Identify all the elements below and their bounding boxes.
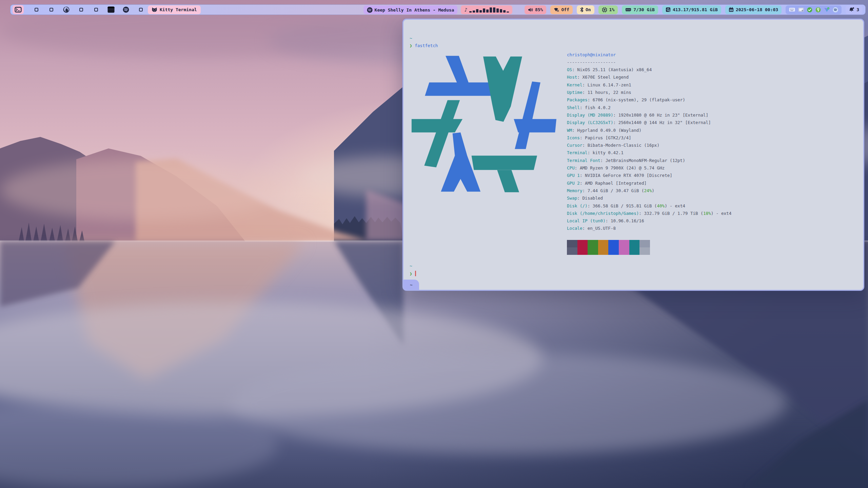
bluetooth-module[interactable]: On — [577, 5, 594, 14]
terminal-color-palette — [567, 240, 731, 255]
workspace-2[interactable] — [34, 5, 39, 14]
sync-check-icon[interactable] — [807, 7, 812, 13]
disk-module[interactable]: 413.17/915.81 GiB — [662, 5, 721, 14]
cpu-icon — [602, 7, 607, 13]
prompt-symbol: ❯ — [410, 271, 412, 276]
workspace-9[interactable] — [138, 5, 143, 14]
visualizer-bar — [496, 8, 499, 13]
palette-swatch — [619, 247, 629, 255]
audio-visualizer[interactable]: ♪ — [461, 5, 512, 14]
bluetooth-icon — [580, 7, 584, 12]
fastfetch-line: ------------------- — [567, 59, 731, 66]
kitty-terminal-window[interactable]: ~ ❯ fastfetch christoph@nixinator-------… — [402, 19, 864, 291]
keyboard-icon[interactable] — [789, 7, 795, 12]
fastfetch-line: CPU: AMD Ryzen 9 7900X (24) @ 5.74 GHz — [567, 164, 731, 172]
palette-swatch — [567, 240, 577, 247]
spotify-icon — [123, 6, 129, 13]
status-bar: Kitty Terminal Keep Shelly In Athens - M… — [10, 4, 866, 15]
nixos-logo — [407, 53, 559, 199]
palette-swatch — [608, 240, 619, 247]
visualizer-bar — [493, 7, 495, 13]
visualizer-bar — [469, 11, 472, 13]
keepassxc-key-icon[interactable] — [815, 7, 821, 13]
fastfetch-line: Kernel: Linux 6.14.7-zen1 — [567, 81, 731, 89]
active-window-title[interactable]: Kitty Terminal — [148, 5, 201, 14]
fastfetch-line: OS: NixOS 25.11 (Xantusia) x86_64 — [567, 66, 731, 74]
cat-icon — [152, 7, 157, 12]
cpu-usage: 1% — [609, 7, 615, 12]
network-module[interactable]: Off — [550, 5, 572, 14]
workspace-7-files[interactable] — [108, 5, 113, 14]
palette-swatch — [619, 240, 629, 247]
media-player[interactable]: Keep Shelly In Athens - Medusa — [363, 5, 458, 14]
palette-swatch — [629, 240, 640, 247]
palette-swatch — [588, 247, 598, 255]
square-icon — [50, 8, 53, 12]
fastfetch-line: Uptime: 11 hours, 22 mins — [567, 89, 731, 96]
visualizer-bar — [490, 7, 492, 13]
fastfetch-line: Memory: 7.44 GiB / 30.47 GiB (24%) — [567, 187, 731, 195]
spotify-icon — [367, 7, 373, 13]
music-note-icon: ♪ — [464, 7, 467, 13]
disk-usage: 413.17/915.81 GiB — [673, 7, 718, 12]
fastfetch-line: Shell: fish 4.0.2 — [567, 104, 731, 111]
cpu-module[interactable]: 1% — [598, 5, 618, 14]
palette-swatch — [588, 240, 598, 247]
fastfetch-lines: christoph@nixinator-------------------OS… — [567, 51, 731, 232]
workspaces — [11, 5, 143, 14]
calendar-icon — [729, 7, 734, 12]
palette-row — [567, 240, 731, 247]
volume-module[interactable]: 85% — [525, 5, 546, 14]
prompt-path: ~ — [410, 263, 412, 268]
square-icon — [139, 8, 143, 12]
palette-swatch — [608, 247, 619, 255]
terminal-content[interactable]: ~ ❯ fastfetch christoph@nixinator-------… — [403, 20, 863, 290]
bluetooth-status: On — [586, 7, 591, 12]
terminal-tab-bar: ~ — [403, 280, 863, 290]
square-icon — [35, 8, 38, 12]
visualizer-bar — [476, 9, 478, 13]
workspace-4-firefox[interactable] — [64, 5, 68, 14]
wifi-off-icon — [554, 7, 559, 12]
fastfetch-output: christoph@nixinator-------------------OS… — [407, 50, 859, 255]
workspace-5[interactable] — [79, 5, 83, 14]
palette-swatch — [639, 247, 650, 255]
visualizer-bar — [507, 12, 509, 13]
terminal-icon — [15, 7, 22, 13]
screenshot-tool-icon[interactable] — [798, 7, 804, 12]
prompt-symbol: ❯ — [410, 43, 412, 48]
spotify-tray-icon[interactable] — [833, 7, 838, 13]
workspace-1-terminal[interactable] — [13, 5, 24, 14]
workspace-6[interactable] — [94, 5, 98, 14]
square-icon — [79, 8, 83, 12]
notifications-module[interactable]: 3 — [846, 5, 863, 14]
firefox-icon — [63, 6, 70, 13]
visualizer-bar — [473, 11, 475, 13]
fastfetch-line: Disk (/): 366.58 GiB / 915.81 GiB (40%) … — [567, 202, 731, 210]
workspace-3[interactable] — [49, 5, 54, 14]
ram-icon — [625, 7, 631, 12]
volume-value: 85% — [535, 7, 543, 12]
fastfetch-line: Cursor: Bibata-Modern-Classic (16px) — [567, 142, 731, 149]
memory-usage: 7/30 GiB — [633, 7, 655, 12]
vpn-icon[interactable] — [824, 7, 830, 12]
palette-swatch — [567, 247, 577, 255]
palette-swatch — [629, 247, 640, 255]
terminal-tab-active[interactable]: ~ — [403, 280, 419, 290]
visualizer-bars — [469, 7, 509, 13]
palette-swatch — [577, 240, 588, 247]
fastfetch-line: Host: X670E Steel Legend — [567, 74, 731, 81]
fastfetch-line: Display (LC32G5xT): 868x488 @ 144 Hz i… — [567, 119, 731, 126]
bell-icon — [849, 7, 854, 12]
fastfetch-line: GPU 1: NVIDIA GeForce RTX 4070 [Discrete… — [567, 172, 731, 179]
palette-swatch — [598, 247, 609, 255]
fastfetch-line: christoph@nixinator — [567, 51, 731, 59]
visualizer-bar — [486, 9, 489, 13]
visualizer-bar — [483, 8, 485, 13]
memory-module[interactable]: 7/30 GiB — [622, 5, 658, 14]
bar-right: 85% Off On 1% — [525, 5, 865, 14]
text-cursor[interactable] — [415, 271, 416, 276]
fastfetch-line: Terminal Font: JetBrainsMonoNFM-Regular … — [567, 157, 731, 164]
clock-module[interactable]: 2025-06-18 00:03 — [725, 5, 782, 14]
workspace-8-spotify[interactable] — [123, 5, 128, 14]
